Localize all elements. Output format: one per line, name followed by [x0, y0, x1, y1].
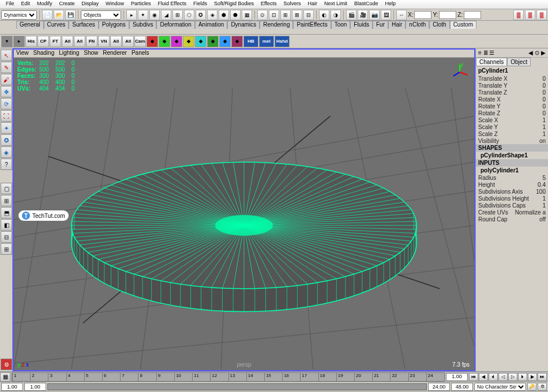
render-btn-3[interactable]: 📷	[369, 10, 380, 20]
shelf-tab-cloth[interactable]: Cloth	[429, 21, 449, 29]
shelf-color-btn-7[interactable]: ◆	[231, 36, 243, 47]
input-attr-subdivisions-height[interactable]: Subdivisions Height1	[476, 195, 548, 202]
range-end-field[interactable]	[428, 383, 450, 391]
next-key-button[interactable]: ⏵	[518, 373, 527, 381]
current-frame-field[interactable]: 1.00	[446, 373, 468, 381]
shelf-toggle-2[interactable]: ▸	[13, 36, 25, 47]
layout-btn-3[interactable]: ▓	[536, 10, 547, 20]
main-menubar[interactable]: FileEditModifyCreateDisplayWindowParticl…	[0, 0, 548, 9]
input-attr-radius[interactable]: Radius5	[476, 174, 548, 181]
menu-solvers[interactable]: Solvers	[280, 0, 304, 9]
mask-btn-6[interactable]: ⬡	[184, 10, 194, 20]
view-axis-gizmo[interactable]: y	[451, 63, 468, 81]
attr-scale-z[interactable]: Scale Z1	[476, 130, 548, 137]
prefs-button[interactable]: ⚙	[538, 383, 547, 391]
mask-btn-2[interactable]: ✦	[138, 10, 148, 20]
mask-btn-5[interactable]: ⊞	[172, 10, 183, 20]
menu-help[interactable]: Help	[381, 0, 399, 9]
shelf-tab-toon[interactable]: Toon	[331, 21, 351, 29]
rotate-tool-icon[interactable]: ⟳	[1, 98, 12, 110]
shelf-tab-deformation[interactable]: Deformation	[156, 21, 194, 29]
input-attr-create-uvs[interactable]: Create UVsNormalize a	[476, 209, 548, 216]
vp-menu-show[interactable]: Show	[84, 50, 98, 57]
vp-menu-lighting[interactable]: Lighting	[59, 50, 79, 57]
menu-blastcode[interactable]: BlastCode	[351, 0, 382, 9]
anim-start-field[interactable]	[1, 383, 23, 391]
shelf-btn-his[interactable]: His	[25, 36, 37, 47]
input-attr-subdivisions-axis[interactable]: Subdivisions Axis100	[476, 188, 548, 195]
attr-translate-y[interactable]: Translate Y0	[476, 82, 548, 89]
attr-scale-x[interactable]: Scale X1	[476, 116, 548, 123]
render-btn-2[interactable]: 🎥	[358, 10, 368, 20]
shelf-btn-all[interactable]: All	[62, 36, 73, 47]
attr-translate-z[interactable]: Translate Z0	[476, 89, 548, 96]
shelf-color-btn-1[interactable]: ◆	[159, 36, 170, 47]
menu-particles[interactable]: Particles	[127, 0, 155, 9]
shelf-tab-general[interactable]: General	[16, 21, 44, 29]
layout-btn-1[interactable]: ▓	[513, 10, 524, 20]
fast-fwd-button[interactable]: ⏭	[538, 373, 547, 381]
vp-menu-panels[interactable]: Panels	[132, 50, 149, 57]
shelf-tab-animation[interactable]: Animation	[195, 21, 227, 29]
shelf-btn-cam[interactable]: Cam	[134, 36, 146, 47]
vp-menu-view[interactable]: View	[16, 50, 29, 57]
shelf-color-btn-2[interactable]: ◆	[171, 36, 182, 47]
menu-file[interactable]: File	[2, 0, 18, 9]
menu-hair[interactable]: Hair	[304, 0, 321, 9]
channel-tabs[interactable]: Channels Object	[476, 58, 548, 66]
mask-btn-3[interactable]: ◉	[149, 10, 160, 20]
shelf-tab-subdivs[interactable]: Subdivs	[129, 21, 157, 29]
menu-fields[interactable]: Fields	[190, 0, 211, 9]
menu-display[interactable]: Display	[78, 0, 103, 9]
timeline-ruler[interactable]: 123456789101112131415161718192021222324	[12, 372, 445, 382]
shelf-toggle-1[interactable]: ▾	[1, 36, 13, 47]
shelf-tab-curves[interactable]: Curves	[44, 21, 69, 29]
time-slider[interactable]: ▦ 12345678910111213141516171819202122232…	[0, 371, 548, 382]
snap-btn-4[interactable]: ⊠	[292, 10, 302, 20]
menu-window[interactable]: Window	[102, 0, 127, 9]
autokey-toggle[interactable]: 🔑	[527, 383, 536, 391]
viewport-menubar[interactable]: ViewShadingLightingShowRendererPanels	[14, 50, 474, 58]
z-input[interactable]	[464, 11, 481, 19]
menu-next-limit[interactable]: Next Limit	[321, 0, 351, 9]
render-btn-4[interactable]: 🖼	[381, 10, 391, 20]
play-back-button[interactable]: ◁	[498, 373, 508, 381]
manip-tool-icon[interactable]: ✦	[1, 122, 12, 134]
step-fwd-button[interactable]: ▶	[528, 373, 537, 381]
x-input[interactable]	[414, 11, 431, 19]
selection-mask-dropdown[interactable]: Objects	[81, 10, 121, 20]
shelf-color-btn-4[interactable]: ◆	[195, 36, 207, 47]
file-open-icon[interactable]: 📂	[54, 10, 64, 20]
mask-btn-8[interactable]: ◈	[207, 10, 217, 20]
step-back-button[interactable]: ◀	[479, 373, 488, 381]
shelf-btn-hshd[interactable]: Hshd	[275, 36, 290, 47]
channels-tab[interactable]: Channels	[476, 58, 507, 66]
shelf-btn-vn[interactable]: VN	[98, 36, 110, 47]
mask-btn-1[interactable]: ▸	[126, 10, 137, 20]
attr-visibility[interactable]: Visibilityon	[476, 137, 548, 144]
layout-btn-2[interactable]: ▓	[525, 10, 535, 20]
history-btn-1[interactable]: ◐	[319, 10, 329, 20]
object-name[interactable]: pCylinder1	[476, 66, 548, 75]
range-slider-bar[interactable]	[47, 383, 427, 390]
vp-menu-renderer[interactable]: Renderer	[103, 50, 127, 57]
anim-end-field[interactable]	[451, 383, 473, 391]
move-tool-icon[interactable]: ✥	[1, 86, 12, 97]
channel-layout-icons[interactable]: ≡ ≣ ☰	[478, 50, 494, 56]
lasso-tool-icon[interactable]: ✎	[1, 62, 12, 73]
prev-key-button[interactable]: ⏴	[489, 373, 498, 381]
timeline-toggle-icon[interactable]: ▦	[0, 372, 10, 382]
menu-fluid-effects[interactable]: Fluid Effects	[155, 0, 190, 9]
shelf-tab-polygons[interactable]: Polygons	[99, 21, 129, 29]
viewport-3d[interactable]: Verts:2022020Edges:5005000Faces:3003000T…	[14, 58, 474, 370]
channel-tool-icons[interactable]: ◀ ⊙ ▶	[528, 50, 546, 56]
soft-mod-tool-icon[interactable]: ✪	[1, 134, 12, 146]
shelf-btn-mel[interactable]: mel	[259, 36, 274, 47]
shelf-tab-hair[interactable]: Hair	[388, 21, 406, 29]
shelf-tab-surfaces[interactable]: Surfaces	[69, 21, 98, 29]
snap-btn-2[interactable]: ⊡	[269, 10, 279, 20]
menu-create[interactable]: Create	[56, 0, 78, 9]
scale-tool-icon[interactable]: ⛶	[1, 110, 12, 122]
file-save-icon[interactable]: 💾	[65, 10, 76, 20]
input-name[interactable]: polyCylinder1	[476, 167, 548, 174]
